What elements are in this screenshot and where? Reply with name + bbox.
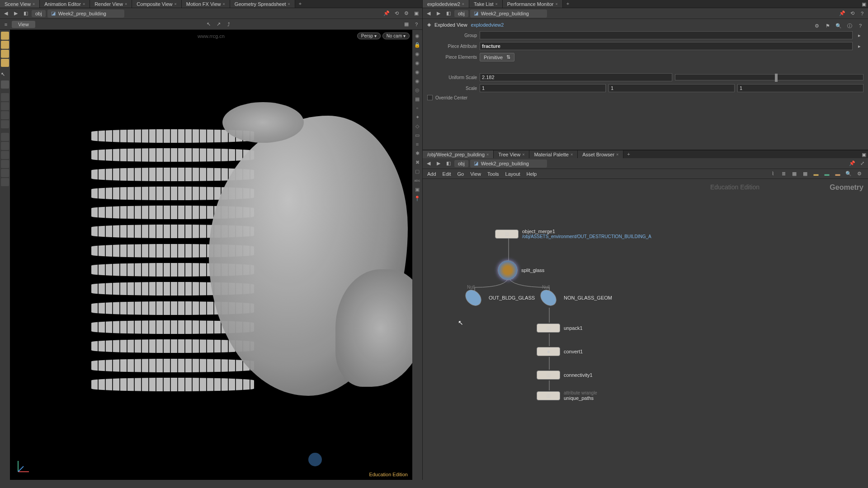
- tool[interactable]: [1, 169, 9, 177]
- node-crumb[interactable]: ◪: [470, 9, 547, 18]
- menu-go[interactable]: Go: [458, 171, 464, 177]
- lock-icon[interactable]: [1, 80, 9, 89]
- tool[interactable]: [1, 59, 9, 67]
- piece-elem-dropdown[interactable]: Primitive⇅: [480, 53, 514, 61]
- gear-icon[interactable]: ⚙: [813, 22, 821, 30]
- tool[interactable]: [1, 160, 9, 168]
- help-icon[interactable]: ?: [412, 20, 420, 28]
- tool[interactable]: [1, 120, 9, 128]
- expand-icon[interactable]: ⤢: [858, 160, 866, 168]
- persp-dropdown[interactable]: Persp ▾: [357, 33, 381, 39]
- grid-icon[interactable]: ▦: [801, 170, 809, 178]
- palette-icon[interactable]: ▬: [812, 170, 820, 178]
- uniform-scale-slider[interactable]: [675, 74, 864, 80]
- tool[interactable]: [1, 102, 9, 110]
- display-icon[interactable]: ◉: [413, 68, 421, 76]
- node-crumb[interactable]: ◪: [47, 9, 124, 18]
- pin-icon[interactable]: 📌: [848, 160, 856, 168]
- search-icon[interactable]: 🔍: [844, 170, 853, 178]
- tool[interactable]: [1, 133, 9, 141]
- list-icon[interactable]: ≣: [779, 170, 788, 178]
- display-icon[interactable]: ◎: [413, 86, 421, 94]
- scale-z-input[interactable]: [737, 84, 863, 92]
- display-icon[interactable]: ◉: [413, 32, 421, 40]
- tab-anim-editor[interactable]: Animation Editor×: [40, 0, 90, 8]
- help-icon[interactable]: ?: [858, 9, 866, 18]
- gear-icon[interactable]: ⚙: [855, 170, 863, 178]
- maximize-icon[interactable]: ▣: [860, 150, 868, 159]
- context-crumb[interactable]: obj: [32, 10, 46, 17]
- forward-icon[interactable]: ▶: [12, 9, 20, 18]
- pane-menu-icon[interactable]: ≡: [2, 20, 10, 28]
- snapshot-icon[interactable]: ▦: [402, 20, 410, 28]
- network-canvas[interactable]: Education Edition Geometry ◫ object_merg…: [423, 179, 868, 480]
- group-input[interactable]: [480, 31, 853, 39]
- display-icon[interactable]: ◉: [413, 50, 421, 58]
- node-non-glass-geom[interactable]: Null NON_GLASS_GEOM: [539, 291, 612, 305]
- home-icon[interactable]: ◧: [444, 9, 453, 18]
- node-unique-paths[interactable]: ◫ attribute wrangle unique_paths: [537, 390, 597, 401]
- tab-take-list[interactable]: Take List×: [469, 0, 503, 8]
- uniform-scale-input[interactable]: [480, 73, 672, 81]
- node-crumb[interactable]: ◪: [470, 160, 547, 168]
- grid-icon[interactable]: ▦: [790, 170, 798, 178]
- home-icon[interactable]: ◧: [22, 9, 30, 18]
- palette-icon[interactable]: ▬: [834, 170, 842, 178]
- tool[interactable]: [1, 50, 9, 58]
- display-icon[interactable]: ▫: [413, 104, 421, 112]
- add-tab-button[interactable]: +: [563, 0, 573, 8]
- tab-scene-view[interactable]: Scene View×: [0, 0, 40, 8]
- menu-view[interactable]: View: [470, 171, 481, 177]
- forward-icon[interactable]: ▶: [434, 160, 443, 168]
- arrow-tool[interactable]: ↖: [1, 71, 9, 80]
- display-icon[interactable]: ◉: [413, 59, 421, 67]
- home-icon[interactable]: ◧: [444, 160, 453, 168]
- help-icon[interactable]: ?: [856, 22, 864, 30]
- scale-x-input[interactable]: [480, 84, 606, 92]
- node-out-bldg-glass[interactable]: Null OUT_BLDG_GLASS: [464, 291, 535, 305]
- back-icon[interactable]: ◀: [425, 160, 433, 168]
- tool[interactable]: [1, 111, 9, 119]
- link-icon[interactable]: ⟲: [392, 9, 401, 18]
- node-name-field[interactable]: explodedview2: [471, 22, 504, 28]
- menu-help[interactable]: Help: [527, 171, 537, 177]
- tab-tree-view[interactable]: Tree View×: [494, 150, 529, 158]
- arrow-icon[interactable]: ▸: [855, 42, 863, 50]
- tab-material-palette[interactable]: Material Palette×: [529, 150, 578, 158]
- node-connectivity[interactable]: ◫ connectivity1: [537, 371, 593, 380]
- display-icon[interactable]: ✱: [413, 149, 421, 157]
- node-object-merge[interactable]: ◫ object_merge1 /obj/ASSETS_environment/…: [495, 229, 594, 239]
- tool[interactable]: [1, 41, 9, 49]
- move-tool-icon[interactable]: ↗: [215, 20, 223, 28]
- viewport-3d[interactable]: www.rrcg.cn Persp ▾ No cam ▾ Education E…: [10, 30, 412, 480]
- info-icon[interactable]: ⓘ: [845, 22, 854, 30]
- display-icon[interactable]: ▭: [413, 131, 421, 139]
- pin-icon[interactable]: 📌: [382, 9, 391, 18]
- menu-edit[interactable]: Edit: [443, 171, 451, 177]
- display-icon[interactable]: ◇: [413, 122, 421, 130]
- close-icon[interactable]: ×: [33, 2, 35, 6]
- back-icon[interactable]: ◀: [425, 9, 433, 18]
- node-convert[interactable]: ◆ convert1: [537, 347, 583, 356]
- piece-attr-input[interactable]: [480, 42, 853, 50]
- path-input[interactable]: [480, 10, 543, 17]
- forward-icon[interactable]: ▶: [434, 9, 443, 18]
- tool[interactable]: [1, 178, 9, 186]
- context-crumb[interactable]: obj: [454, 160, 468, 167]
- scale-y-input[interactable]: [609, 84, 735, 92]
- display-icon[interactable]: ▢: [413, 167, 421, 175]
- menu-tools[interactable]: Tools: [487, 171, 499, 177]
- select-tool[interactable]: [1, 32, 9, 40]
- tab-geo-spreadsheet[interactable]: Geometry Spreadsheet×: [230, 0, 295, 8]
- maximize-icon[interactable]: ▣: [412, 9, 420, 18]
- search-icon[interactable]: 🔍: [835, 22, 843, 30]
- palette-icon[interactable]: ▬: [823, 170, 831, 178]
- tab-render-view[interactable]: Render View×: [90, 0, 132, 8]
- tool[interactable]: [1, 93, 9, 101]
- arrow-icon[interactable]: ▸: [855, 31, 863, 39]
- tab-motion-fx[interactable]: Motion FX View×: [182, 0, 230, 8]
- add-tab-button[interactable]: +: [623, 150, 633, 158]
- tab-network-path[interactable]: /obj/Week2_prep_building×: [423, 150, 494, 158]
- display-icon[interactable]: ◉: [413, 77, 421, 85]
- tool[interactable]: [1, 151, 9, 159]
